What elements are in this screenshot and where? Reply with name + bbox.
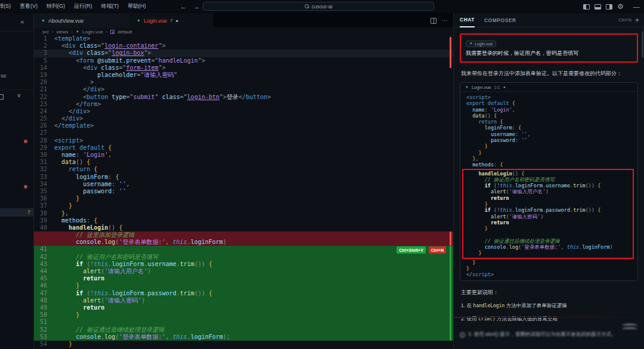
code-line: 14 <div class="form-item"> <box>34 64 453 72</box>
line-number: 52 <box>34 326 54 333</box>
code-line: 47 if (!this.loginForm.password.trim()) … <box>34 290 453 297</box>
chat-header-actions: Ctrl+N + <box>619 16 639 24</box>
tab-composer[interactable]: COMPOSER <box>484 13 516 27</box>
more-actions-icon[interactable]: ⋯ <box>442 17 448 24</box>
title-bar: 择(S)查看(V)转到(G)运行(R)终端(T)帮助(H) ← → cusour… <box>0 0 644 13</box>
vue-file-icon: ▼ <box>469 42 473 45</box>
error-marker <box>450 37 451 68</box>
back-arrow-icon[interactable]: ← <box>180 3 187 10</box>
code-line: } <box>466 265 637 271</box>
menu-item[interactable]: 查看(V) <box>20 2 38 10</box>
line-number: 20 <box>34 79 54 86</box>
toggle-secondary-sidebar-icon[interactable] <box>606 4 612 10</box>
vue-file-icon: ▼ <box>41 18 45 23</box>
code-line: 41Ctrl+Shift+YCtrl+N <box>34 246 453 253</box>
line-number: 43 <box>34 261 54 268</box>
editor-group: ▼ AboutView.vue ▼ Login.vue 7 ● ⋯ src › … <box>34 13 453 349</box>
menu-item[interactable]: 择(S) <box>0 2 11 10</box>
code-line: }, <box>466 156 637 162</box>
code-line: // 验证通过后继续处理登录逻辑 <box>466 238 633 244</box>
line-number <box>34 239 54 246</box>
blurred-note-text: 3. 使用 alert() 提示，需要的话我可以为你展示更友好的提示方式。 <box>468 331 617 338</box>
collapsed-sidebar: × se ∨ 7 <box>0 13 34 349</box>
command-search-input[interactable]: cusour-ai <box>203 2 434 11</box>
user-message-annotated: ▼ Login.vue 我需要登录的时候，验证用户名，密码是否填写 <box>460 33 638 63</box>
search-icon <box>305 4 309 8</box>
code-line: 52 // 验证通过后继续处理登录逻辑 <box>34 326 453 333</box>
code-line: 38 }, <box>34 210 453 217</box>
context-file-chip[interactable]: ▼ Login.vue <box>466 41 496 47</box>
code-line: handleLogin() { <box>466 171 633 177</box>
menu-item[interactable]: 帮助(H) <box>128 2 146 10</box>
menu-item[interactable]: 运行(R) <box>74 2 92 10</box>
code-line: methods: { <box>466 162 637 168</box>
code-line: 5 <form @submit.prevent="handleLogin"> <box>34 57 453 64</box>
overview-ruler[interactable] <box>448 35 453 349</box>
code-line: 20 > <box>34 79 453 86</box>
code-line: 40 handleLogin() { <box>34 224 453 231</box>
code-line: </script> <box>466 271 637 277</box>
line-number: 25 <box>34 115 54 122</box>
code-line: 1<template> <box>34 35 453 42</box>
breadcrumb-symbol[interactable]: default <box>117 29 132 35</box>
line-number: 40 <box>34 224 54 231</box>
menu-item[interactable]: 转到(G) <box>47 2 65 10</box>
settings-gear-icon[interactable]: ⚙ <box>617 3 624 10</box>
line-number: 3 <box>34 50 54 57</box>
code-line: // 验证用户名和密码是否填写 <box>466 177 633 183</box>
line-number: 2 <box>34 42 54 50</box>
toggle-sidebar-icon[interactable] <box>583 4 590 10</box>
minimize-icon[interactable]: — <box>633 3 640 10</box>
breadcrumb-file[interactable]: Login.vue <box>82 29 103 35</box>
vue-file-icon: ▼ <box>465 85 469 89</box>
code-line: 54 } <box>34 341 453 348</box>
code-line: 51 <box>34 319 453 326</box>
code-line: console.log('登录表单数据:', this.loginForm) <box>466 244 633 250</box>
code-line <box>466 232 633 238</box>
code-line: 36 } <box>34 195 453 202</box>
forward-arrow-icon[interactable]: → <box>193 3 200 10</box>
selected-file-row[interactable]: 7 <box>0 208 34 217</box>
breadcrumb-root[interactable]: src <box>42 29 49 35</box>
new-chat-plus-icon[interactable]: + <box>635 16 639 24</box>
menu-item[interactable]: 终端(T) <box>101 2 119 10</box>
code-line: export default { <box>466 100 637 106</box>
chat-code-block: ▼ Login.vue 1/1 ● <script>export default… <box>460 82 638 281</box>
chat-input-divider <box>454 317 644 318</box>
code-editor[interactable]: 1<template>2 <div class="login-container… <box>34 35 453 348</box>
line-number: 21 <box>34 86 54 93</box>
chat-code-block-header[interactable]: ▼ Login.vue 1/1 ● <box>460 83 637 92</box>
line-number: 42 <box>34 254 54 261</box>
modified-dot-icon <box>24 185 27 189</box>
line-number: 30 <box>34 152 54 159</box>
code-line: 43 if (!this.loginForm.username.trim()) … <box>34 261 453 268</box>
editor-actions: ⋯ <box>431 13 448 28</box>
symbol-icon <box>110 30 114 34</box>
chat-conversation: ▼ Login.vue 我需要登录的时候，验证用户名，密码是否填写 我来帮你在登… <box>454 27 644 349</box>
toggle-panel-icon[interactable] <box>595 4 601 10</box>
notes-title: 主要更新说明： <box>461 289 637 297</box>
user-message-text: 我需要登录的时候，验证用户名，密码是否填写 <box>466 50 632 57</box>
notes-list: 1. 在 handleLogin 方法中添加了表单验证逻辑2. 使用 trim(… <box>460 302 638 323</box>
tab-aboutview[interactable]: ▼ AboutView.vue <box>34 13 129 28</box>
breadcrumb-folder[interactable]: views <box>56 29 68 35</box>
tab-login[interactable]: ▼ Login.vue 7 ● <box>129 13 213 28</box>
code-line: 42 // 验证用户名和密码是否填写 <box>34 254 453 261</box>
added-marker <box>450 246 451 341</box>
line-number: 51 <box>34 319 54 326</box>
line-number: 23 <box>34 101 54 108</box>
unsaved-dot-icon[interactable]: ● <box>175 18 178 23</box>
close-icon[interactable]: × <box>20 18 24 26</box>
code-line: if (!this.loginForm.password.trim()) { <box>466 207 633 213</box>
info-icon: i <box>460 332 465 338</box>
split-editor-icon[interactable] <box>431 18 436 24</box>
new-chat-shortcut-label: Ctrl+N <box>619 17 631 23</box>
line-number: 19 <box>34 72 54 79</box>
code-line: username: '', <box>466 131 637 137</box>
tab-chat[interactable]: CHAT <box>460 13 475 27</box>
code-line: 46 } <box>34 282 453 289</box>
chevron-down-icon[interactable]: ∨ <box>17 92 21 98</box>
code-line: 44 alert('请输入用户名') <box>34 268 453 275</box>
note-item: 1. 在 handleLogin 方法中添加了表单验证逻辑 <box>461 302 637 310</box>
breadcrumb-separator: › <box>71 29 73 35</box>
